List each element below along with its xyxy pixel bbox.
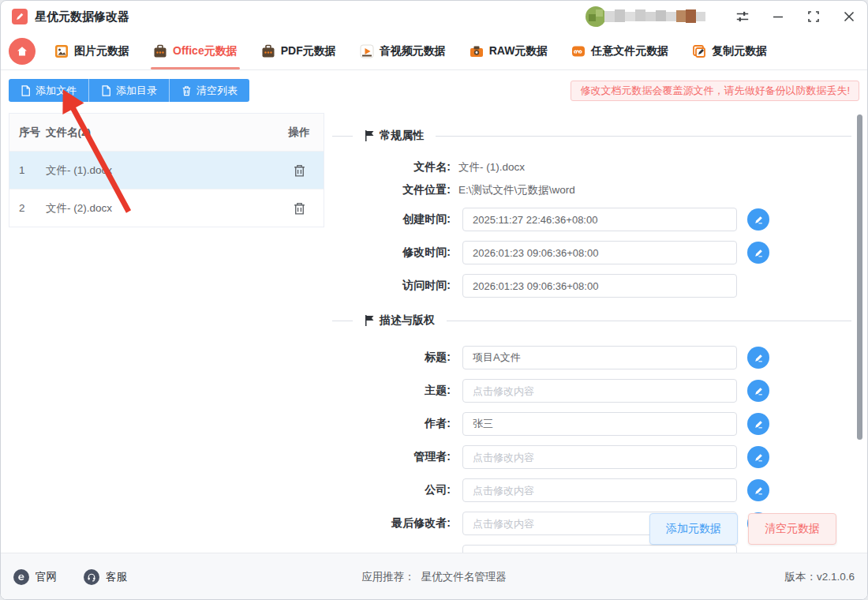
- section-copyright: 描述与版权: [332, 314, 851, 327]
- tab-label: 任意文件元数据: [591, 44, 668, 58]
- official-website-link[interactable]: 官网: [13, 569, 57, 585]
- manager-input[interactable]: [462, 445, 737, 469]
- toolbar: 添加文件 添加目录 清空列表 修改文档元数据会覆盖源文件，请先做好备份以防数据丢…: [1, 70, 867, 111]
- titlebar: 星优元数据修改器: [1, 1, 867, 32]
- field-value: E:\测试文件\元数据\word: [458, 183, 575, 197]
- pencil-icon: [754, 486, 764, 496]
- add-metadata-button[interactable]: 添加元数据: [649, 513, 738, 545]
- column-header-action: 操作: [275, 126, 324, 140]
- tab-raw-metadata[interactable]: RAW元数据: [470, 32, 548, 69]
- file-icon: [21, 85, 31, 96]
- file-list-panel: 序号 文件名(2) 操作 1 文件- (1).docx: [1, 111, 332, 553]
- pdf-metadata-icon: [261, 44, 275, 58]
- field-company: 公司:: [332, 478, 867, 503]
- tab-office-metadata[interactable]: Office元数据: [153, 32, 238, 69]
- recommend-app-name[interactable]: 星优文件名管理器: [421, 570, 507, 584]
- trash-icon: [293, 163, 306, 178]
- app-recommendation: 应用推荐： 星优文件名管理器: [361, 570, 507, 584]
- add-file-button[interactable]: 添加文件: [9, 79, 88, 102]
- table-row[interactable]: 1 文件- (1).docx: [9, 151, 324, 189]
- field-label: 公司:: [332, 483, 458, 497]
- minimize-icon[interactable]: [771, 9, 785, 24]
- row-filename: 文件- (1).docx: [46, 163, 275, 178]
- edit-company-button[interactable]: [747, 479, 769, 501]
- field-label: 最后修改者:: [332, 516, 458, 531]
- app-title: 星优元数据修改器: [35, 9, 129, 24]
- clear-list-label: 清空列表: [196, 84, 238, 98]
- pencil-icon: [754, 353, 764, 363]
- tab-label: PDF元数据: [281, 44, 336, 58]
- tab-label: 音视频元数据: [380, 44, 446, 58]
- edit-subject-button[interactable]: [747, 380, 769, 402]
- field-author: 作者:: [332, 411, 867, 437]
- close-icon[interactable]: [842, 9, 856, 24]
- edit-author-button[interactable]: [747, 413, 769, 435]
- field-label: 修改时间:: [332, 246, 458, 260]
- edit-manager-button[interactable]: [747, 446, 769, 468]
- clear-list-button[interactable]: 清空列表: [169, 79, 249, 102]
- delete-row-button[interactable]: [291, 162, 308, 179]
- add-directory-label: 添加目录: [116, 84, 157, 98]
- tab-copy-metadata[interactable]: 复制元数据: [692, 32, 767, 69]
- image-metadata-icon: [54, 44, 69, 58]
- customer-support-link[interactable]: 客服: [84, 569, 127, 585]
- tab-image-metadata[interactable]: 图片元数据: [54, 32, 129, 69]
- app-window: 星优元数据修改器: [0, 0, 868, 600]
- column-header-index: 序号: [9, 126, 46, 140]
- author-input[interactable]: [462, 412, 737, 436]
- window-controls: [735, 9, 856, 24]
- pencil-icon: [754, 386, 764, 396]
- tab-label: Office元数据: [173, 44, 238, 58]
- headset-icon: [84, 569, 99, 585]
- field-filename: 文件名: 文件- (1).docx: [332, 159, 867, 175]
- row-filename: 文件- (2).docx: [46, 201, 275, 216]
- edit-created-time-button[interactable]: [747, 208, 769, 231]
- field-label: 管理者:: [332, 450, 458, 464]
- field-created-time: 创建时间:: [332, 207, 867, 232]
- add-file-label: 添加文件: [36, 84, 77, 98]
- section-title: 描述与版权: [380, 313, 435, 328]
- clipped-input[interactable]: [462, 545, 737, 553]
- subject-input[interactable]: [462, 379, 737, 403]
- edit-modified-time-button[interactable]: [747, 242, 769, 264]
- trash-icon: [293, 201, 306, 216]
- divider: [332, 136, 353, 137]
- scrollbar-thumb[interactable]: [857, 114, 862, 440]
- metadata-actions: 添加元数据 清空元数据: [649, 513, 836, 545]
- field-filepath: 文件位置: E:\测试文件\元数据\word: [332, 182, 867, 198]
- table-row[interactable]: 2 文件- (2).docx: [9, 189, 324, 227]
- user-account-blurred[interactable]: [586, 6, 712, 27]
- settings-sliders-icon[interactable]: [735, 9, 750, 24]
- title-input[interactable]: [462, 346, 737, 369]
- tab-anyfile-metadata[interactable]: 任意文件元数据: [571, 32, 668, 69]
- pencil-icon: [754, 248, 764, 258]
- file-icon: [101, 85, 111, 96]
- clear-metadata-button[interactable]: 清空元数据: [748, 513, 836, 545]
- flag-icon: [365, 315, 374, 326]
- section-general: 常规属性: [332, 129, 851, 142]
- audio-video-metadata-icon: [360, 44, 374, 58]
- edit-title-button[interactable]: [747, 347, 769, 369]
- field-label: 作者:: [332, 417, 458, 431]
- office-metadata-icon: [153, 44, 167, 58]
- company-input[interactable]: [462, 478, 737, 502]
- modified-time-input[interactable]: [462, 241, 737, 264]
- created-time-input[interactable]: [462, 208, 737, 231]
- field-label: 访问时间:: [332, 279, 458, 293]
- delete-row-button[interactable]: [291, 200, 308, 217]
- divider: [447, 321, 851, 321]
- home-button[interactable]: [9, 38, 36, 65]
- metadata-form-panel: 常规属性 文件名: 文件- (1).docx 文件位置: E:\测试文件\元数据…: [332, 111, 867, 553]
- accessed-time-input[interactable]: [462, 274, 737, 298]
- pencil-icon: [754, 419, 764, 429]
- field-accessed-time: 访问时间:: [332, 273, 867, 298]
- raw-metadata-icon: [470, 44, 484, 58]
- add-directory-button[interactable]: 添加目录: [88, 79, 169, 102]
- tab-pdf-metadata[interactable]: PDF元数据: [261, 32, 336, 69]
- file-table: 序号 文件名(2) 操作 1 文件- (1).docx: [9, 113, 324, 227]
- recommend-label: 应用推荐：: [361, 570, 415, 584]
- file-table-header: 序号 文件名(2) 操作: [9, 114, 324, 151]
- maximize-icon[interactable]: [806, 9, 821, 24]
- support-label: 客服: [106, 570, 127, 584]
- tab-av-metadata[interactable]: 音视频元数据: [360, 32, 446, 69]
